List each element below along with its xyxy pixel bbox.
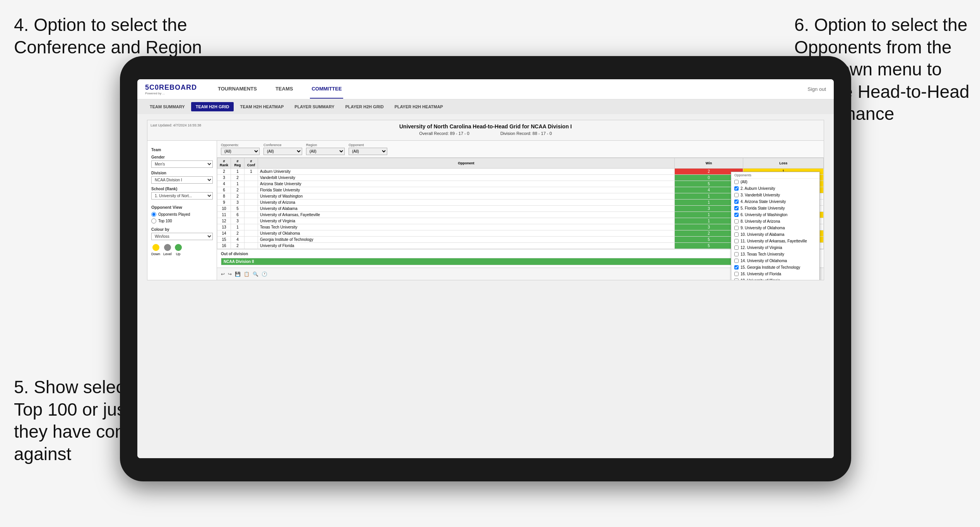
copy-icon[interactable]: 📋 [244, 271, 250, 277]
opponents-select[interactable]: (All) [221, 148, 260, 155]
overall-record: Overall Record: 89 - 17 - 0 [419, 131, 470, 136]
redo-icon[interactable]: ↪ [228, 271, 232, 277]
color-legend: Down Level Up [151, 244, 213, 256]
cell-rank: 8 [217, 193, 231, 200]
cell-reg: 1 [231, 169, 245, 175]
cell-reg: 4 [231, 237, 245, 243]
division-record: Division Record: 88 - 17 - 0 [500, 131, 552, 136]
cell-rank: 2 [217, 169, 231, 175]
opponent-view-title: Opponent View [151, 205, 213, 210]
report-header: Last Updated: 4/7/2024 16:55:38 Universi… [147, 120, 824, 141]
cell-rank: 3 [217, 175, 231, 181]
record-info: Overall Record: 89 - 17 - 0 Division Rec… [231, 130, 741, 137]
out-division-label: Out of division [221, 252, 820, 256]
legend-level: Level [163, 244, 172, 256]
legend-up-dot [175, 244, 182, 251]
cell-opponent: University of Washington [258, 193, 675, 200]
subnav-team-h2h-heatmap[interactable]: TEAM H2H HEATMAP [235, 102, 288, 111]
report-body: Team Gender Men's Division NCAA Division… [147, 141, 824, 280]
dropdown-item[interactable]: 14. University of Oklahoma [731, 258, 819, 264]
cell-rank: 11 [217, 212, 231, 218]
dropdown-item[interactable]: 10. University of Alabama [731, 231, 819, 238]
cell-opponent: Vanderbilt University [258, 175, 675, 181]
cell-conf: 1 [245, 169, 258, 175]
school-select[interactable]: 1. University of Nort... [151, 192, 213, 200]
nav-sign-out[interactable]: Sign out [807, 86, 826, 92]
dropdown-item[interactable]: 11. University of Arkansas, Fayetteville [731, 238, 819, 244]
nav-bar: 5C0REBOARD Powered by ... TOURNAMENTS TE… [137, 79, 834, 99]
cell-reg: 3 [231, 218, 245, 224]
nav-teams[interactable]: TEAMS [274, 80, 295, 99]
dropdown-item[interactable]: 2. Auburn University [731, 185, 819, 192]
dropdown-item[interactable]: 16. University of Florida [731, 271, 819, 277]
dropdown-item[interactable]: 5. Florida State University [731, 205, 819, 211]
th-conf: #Conf [245, 158, 258, 169]
dropdown-item[interactable]: 3. Vanderbilt University [731, 192, 819, 198]
dropdown-item[interactable]: 4. Arizona State University [731, 198, 819, 205]
undo-icon[interactable]: ↩ [221, 271, 225, 277]
region-filter: Region (All) [306, 143, 345, 155]
dropdown-item[interactable]: 13. Texas Tech University [731, 251, 819, 258]
cell-conf [245, 218, 258, 224]
subnav-player-h2h-heatmap[interactable]: PLAYER H2H HEATMAP [390, 102, 448, 111]
legend-down-dot [152, 244, 159, 251]
cell-conf [245, 181, 258, 187]
subnav-player-h2h-grid[interactable]: PLAYER H2H GRID [340, 102, 388, 111]
dropdown-item[interactable]: 9. University of Oklahoma [731, 225, 819, 231]
colour-by-label: Colour by [151, 227, 213, 232]
cell-reg: 2 [231, 230, 245, 237]
report-title: University of North Carolina Head-to-Hea… [231, 123, 741, 130]
nav-committee[interactable]: COMMITTEE [310, 80, 343, 99]
region-select[interactable]: (All) [306, 148, 345, 155]
division-select[interactable]: NCAA Division I [151, 176, 213, 184]
save-icon[interactable]: 💾 [235, 271, 241, 277]
region-filter-label: Region [306, 143, 345, 147]
cell-rank: 16 [217, 243, 231, 249]
cell-rank: 14 [217, 230, 231, 237]
colour-by-select[interactable]: Win/loss [151, 233, 213, 240]
cell-reg: 2 [231, 243, 245, 249]
opponents-filter: Opponents: (All) [221, 143, 260, 155]
subnav-team-summary[interactable]: TEAM SUMMARY [145, 102, 190, 111]
clock-icon[interactable]: 🕐 [262, 271, 267, 277]
tablet-screen: 5C0REBOARD Powered by ... TOURNAMENTS TE… [137, 79, 834, 458]
cell-opponent: Florida State University [258, 187, 675, 193]
logo-sub: Powered by ... [145, 92, 197, 95]
dropdown-item[interactable]: (All) [731, 179, 819, 185]
dropdown-item[interactable]: 12. University of Virginia [731, 244, 819, 251]
gender-select[interactable]: Men's [151, 160, 213, 168]
cell-opponent: University of Alabama [258, 206, 675, 212]
logo-text: 5C0REBOARD [145, 84, 197, 92]
dropdown-item[interactable]: 15. Georgia Institute of Technology [731, 264, 819, 271]
cell-rank: 9 [217, 200, 231, 206]
filters-row: Opponents: (All) Conference (All) [217, 141, 824, 158]
cell-conf [245, 224, 258, 230]
opponent-select[interactable]: (All) [349, 148, 387, 155]
dropdown-item[interactable]: 8. University of Arizona [731, 218, 819, 225]
cell-reg: 1 [231, 224, 245, 230]
cell-conf [245, 200, 258, 206]
th-loss: Loss [743, 158, 824, 169]
legend-up: Up [175, 244, 182, 256]
cell-conf [245, 212, 258, 218]
dropdown-item[interactable]: 18. University of Illinois [731, 277, 819, 280]
nav-tournaments[interactable]: TOURNAMENTS [216, 80, 258, 99]
subnav-player-summary[interactable]: PLAYER SUMMARY [290, 102, 339, 111]
cell-reg: 6 [231, 212, 245, 218]
dropdown-item[interactable]: 6. University of Washington [731, 211, 819, 218]
th-opponent: Opponent [258, 158, 675, 169]
radio-group: Opponents Played Top 100 [151, 212, 213, 223]
radio-top100[interactable]: Top 100 [151, 218, 213, 223]
radio-opponents-played[interactable]: Opponents Played [151, 212, 213, 217]
last-updated-text: Last Updated: 4/7/2024 16:55:38 [151, 123, 201, 127]
conference-select[interactable]: (All) [263, 148, 302, 155]
opponent-dropdown[interactable]: Opponents (All)2. Auburn University3. Va… [731, 172, 820, 280]
subnav-team-h2h-grid[interactable]: TEAM H2H GRID [191, 102, 234, 111]
division-label: Division [151, 171, 213, 175]
zoom-icon[interactable]: 🔍 [253, 271, 258, 277]
out-division-row: NCAA Division II 1 0 [221, 258, 820, 265]
school-label: School (Rank) [151, 187, 213, 191]
table-area: Opponents: (All) Conference (All) [217, 141, 824, 280]
cell-opponent: Georgia Institute of Technology [258, 237, 675, 243]
cell-opponent: University of Arizona [258, 200, 675, 206]
